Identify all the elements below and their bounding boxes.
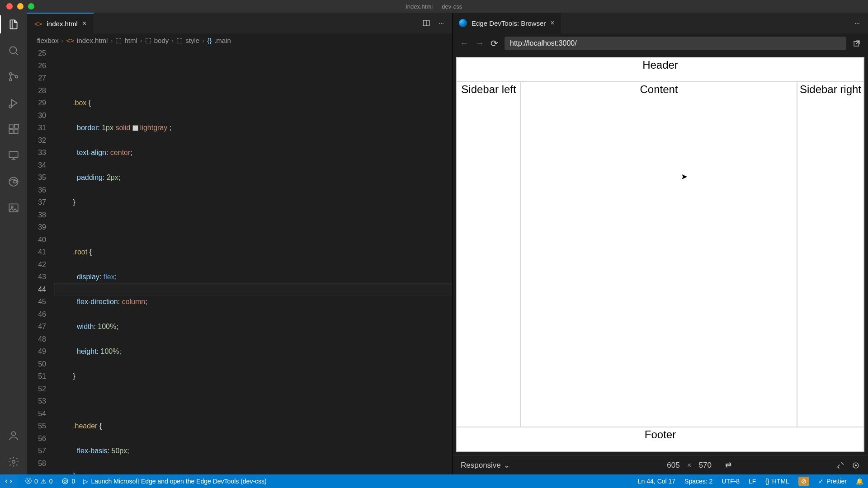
address-bar[interactable] [505, 37, 846, 50]
chevron-down-icon: ⌄ [504, 460, 510, 470]
forward-icon[interactable]: → [475, 38, 484, 48]
html-file-icon: <> [34, 20, 42, 28]
back-icon[interactable]: ← [460, 38, 469, 48]
svg-point-14 [12, 460, 15, 464]
svg-point-1 [9, 73, 12, 75]
chevron-right-icon: › [171, 37, 174, 44]
svg-point-0 [9, 47, 16, 53]
activity-bar [0, 13, 27, 474]
titlebar: index.html — dev-css [0, 0, 868, 13]
browser-toolbar: ← → ⟳ [453, 33, 868, 53]
reload-icon[interactable]: ⟳ [491, 38, 498, 49]
editor-group-left: <> index.html × ··· flexbox › <> index.h… [27, 13, 452, 474]
code-editor[interactable]: 2526272829303132333435363738394041424344… [27, 47, 452, 474]
settings-gear-icon[interactable] [7, 455, 20, 468]
explorer-icon[interactable] [7, 18, 20, 31]
breadcrumb-body[interactable]: body [154, 37, 169, 44]
more-actions-icon[interactable]: ··· [439, 19, 444, 27]
svg-point-18 [855, 465, 857, 466]
viewport-width[interactable]: 605 [667, 461, 679, 470]
preview-sidebar-left: Sidebar left [457, 82, 521, 427]
breadcrumb-file[interactable]: index.html [77, 37, 108, 44]
more-actions-icon[interactable]: ··· [854, 19, 860, 27]
svg-rect-6 [9, 130, 13, 134]
status-cursor-position[interactable]: Ln 44, Col 17 [638, 478, 675, 485]
status-ports[interactable]: 0 [61, 477, 75, 485]
chevron-right-icon: › [140, 37, 142, 44]
status-go-live[interactable]: ⊘ [798, 477, 809, 486]
times-icon: × [687, 461, 692, 470]
css-rule-icon: {} [207, 37, 212, 44]
code-content[interactable]: .box { border: 1px solid lightgray ; tex… [59, 47, 452, 474]
html-file-icon: <> [66, 37, 75, 44]
browser-preview[interactable]: Header Sidebar left Content➤ Sidebar rig… [456, 57, 864, 452]
chevron-right-icon: › [110, 37, 113, 44]
status-eol[interactable]: LF [749, 478, 756, 485]
svg-point-13 [12, 432, 16, 436]
mouse-cursor-icon: ➤ [681, 172, 688, 182]
breadcrumb[interactable]: flexbox › <> index.html › ⬚ html › ⬚ bod… [27, 33, 452, 47]
editor-tabs: <> index.html × ··· [27, 13, 452, 33]
breadcrumb-folder[interactable]: flexbox [37, 37, 59, 44]
breadcrumb-style[interactable]: style [185, 37, 199, 44]
window-controls[interactable] [0, 3, 34, 9]
close-window[interactable] [6, 3, 13, 9]
status-notifications-icon[interactable]: 🔔 [856, 478, 863, 485]
svg-point-10 [9, 177, 18, 186]
close-tab-icon[interactable]: × [550, 19, 554, 27]
status-language[interactable]: {}HTML [765, 478, 789, 485]
inspect-icon[interactable] [852, 461, 860, 469]
split-editor-icon[interactable] [422, 19, 430, 27]
tab-label: Edge DevTools: Browser [472, 19, 546, 27]
edge-icon [459, 19, 467, 27]
window-title: index.html — dev-css [406, 3, 462, 10]
tab-label: index.html [47, 20, 78, 28]
image-icon[interactable] [7, 202, 20, 214]
devtools-tabs: Edge DevTools: Browser × ··· [453, 13, 868, 33]
svg-point-2 [9, 79, 12, 81]
preview-sidebar-right: Sidebar right [797, 82, 864, 427]
breadcrumb-html[interactable]: html [124, 37, 137, 44]
chevron-right-icon: › [61, 37, 64, 44]
breadcrumb-selector[interactable]: .main [214, 37, 231, 44]
svg-rect-7 [14, 130, 18, 134]
extensions-icon[interactable] [7, 123, 20, 136]
search-icon[interactable] [7, 44, 20, 57]
svg-point-19 [62, 479, 68, 484]
svg-rect-8 [14, 124, 19, 128]
viewport-height[interactable]: 570 [699, 461, 712, 470]
accounts-icon[interactable] [7, 429, 20, 442]
svg-rect-9 [9, 151, 18, 157]
main-layout: <> index.html × ··· flexbox › <> index.h… [0, 13, 868, 474]
svg-rect-5 [9, 125, 13, 129]
run-debug-icon[interactable] [7, 97, 20, 109]
editor-group-right: Edge DevTools: Browser × ··· ← → ⟳ Heade… [452, 13, 868, 474]
maximize-window[interactable] [28, 3, 34, 9]
device-selector[interactable]: Responsive ⌄ [461, 460, 510, 470]
status-errors[interactable]: ⓧ0⚠0 [25, 477, 53, 485]
rotate-icon[interactable]: ⇄ [725, 460, 731, 470]
status-indentation[interactable]: Spaces: 2 [684, 478, 712, 485]
html-tag-icon: ⬚ [115, 36, 122, 44]
remote-indicator[interactable] [0, 474, 17, 488]
svg-point-12 [11, 206, 13, 208]
editor-actions: ··· [422, 13, 452, 33]
minimize-window[interactable] [17, 3, 24, 9]
device-emulation-bar: Responsive ⌄ 605 × 570 ⇄ [453, 455, 868, 474]
preview-header: Header [457, 57, 864, 82]
tab-index-html[interactable]: <> index.html × [27, 13, 94, 33]
source-control-icon[interactable] [7, 70, 20, 83]
preview-content: Content➤ [521, 82, 797, 427]
remote-explorer-icon[interactable] [7, 149, 20, 162]
tab-edge-devtools[interactable]: Edge DevTools: Browser × [453, 13, 561, 33]
chevron-right-icon: › [202, 37, 204, 44]
html-tag-icon: ⬚ [145, 36, 151, 44]
status-launch-task[interactable]: ▷Launch Microsoft Edge and open the Edge… [83, 478, 266, 485]
status-prettier[interactable]: ✓Prettier [818, 478, 847, 485]
status-encoding[interactable]: UTF-8 [722, 478, 740, 485]
edge-tools-icon[interactable] [7, 175, 20, 188]
screencast-icon[interactable] [836, 461, 844, 469]
status-bar: ⓧ0⚠0 0 ▷Launch Microsoft Edge and open t… [0, 474, 868, 488]
close-tab-icon[interactable]: × [82, 19, 86, 28]
open-external-icon[interactable] [853, 39, 861, 47]
